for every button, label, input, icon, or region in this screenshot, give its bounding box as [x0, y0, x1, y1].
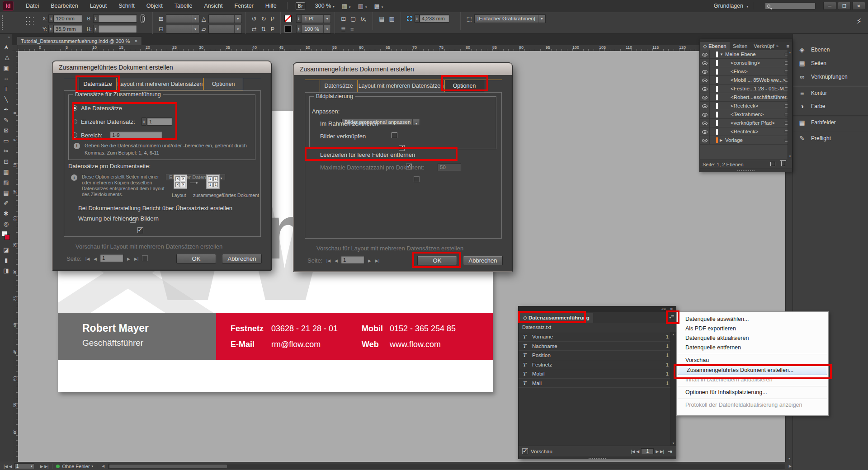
- zoom-tool[interactable]: ◎: [0, 219, 12, 229]
- opacity-select[interactable]: 100 %▼: [301, 25, 331, 33]
- tab-layout-mehrere-datensaetze[interactable]: Layout mit mehreren Datensätzen: [117, 78, 203, 90]
- delete-layer-icon[interactable]: [781, 161, 785, 166]
- rectangle-tool[interactable]: ▭: [0, 136, 12, 146]
- preview-checkbox[interactable]: [522, 448, 528, 454]
- layer-row[interactable]: <Mobil ... 85Web ww...> ✎: [700, 76, 792, 85]
- menu-item[interactable]: Vorschau: [677, 356, 828, 365]
- first-page-icon[interactable]: |◀: [85, 257, 90, 261]
- max-records-field[interactable]: 50: [438, 163, 461, 171]
- note-tool[interactable]: ▤: [0, 188, 12, 198]
- page-field[interactable]: 1: [100, 254, 123, 262]
- field-row[interactable]: T Position 1: [519, 351, 671, 360]
- record-number-field[interactable]: 1: [641, 448, 654, 454]
- flip-vertical-icon[interactable]: ⇅: [261, 26, 266, 33]
- dock-item-seiten[interactable]: ▤ Seiten: [793, 56, 868, 70]
- formatting-affects-button[interactable]: ◪: [0, 244, 12, 255]
- gradient-tool[interactable]: ▦: [0, 167, 12, 177]
- menu-item[interactable]: Tabelle: [169, 0, 198, 12]
- menu-item[interactable]: Datei: [20, 0, 45, 12]
- vertical-ruler[interactable]: 051015202530354045505560: [12, 51, 18, 462]
- dock-item-kontur[interactable]: ≡ Kontur: [793, 86, 868, 99]
- wrap-off-icon[interactable]: ▤: [379, 15, 384, 22]
- single-record-stepper[interactable]: ▲▼: [142, 118, 146, 126]
- field-row[interactable]: T Mobil 1: [519, 369, 671, 379]
- width-stepper[interactable]: ▲▼: [93, 14, 98, 23]
- width-field[interactable]: [98, 14, 137, 23]
- tab-seiten[interactable]: Seiten: [730, 42, 751, 50]
- radio-single-record[interactable]: [72, 119, 77, 124]
- collapse-panel-icon[interactable]: ««: [661, 306, 666, 312]
- effects-icon[interactable]: fx,: [360, 15, 367, 22]
- radio-all-records[interactable]: [72, 105, 77, 111]
- center-in-frame-checkbox[interactable]: [392, 132, 397, 138]
- panel-resize-bar[interactable]: [519, 456, 676, 459]
- drop-shadow-icon[interactable]: ▢: [350, 15, 356, 22]
- line-tool[interactable]: ╲: [0, 94, 12, 104]
- page-field[interactable]: 1: [341, 256, 364, 264]
- x-stepper[interactable]: ▲▼: [48, 14, 53, 23]
- single-record-field[interactable]: 1: [147, 118, 172, 126]
- menu-item[interactable]: [677, 385, 828, 388]
- layer-row[interactable]: <consulting> ✎: [700, 59, 792, 67]
- workspace-switcher[interactable]: Grundlagen ▾: [714, 3, 748, 9]
- ok-button[interactable]: OK: [417, 256, 457, 265]
- menu-item[interactable]: Inhalt in Datenfeldern aktualisieren: [677, 375, 828, 385]
- menu-item[interactable]: Datenquelle auswählen...: [677, 315, 828, 324]
- quick-apply-icon[interactable]: ⚡: [856, 17, 862, 26]
- layer-row[interactable]: ▼ Meine Ebene ✎: [700, 50, 792, 59]
- visibility-eye-icon[interactable]: [702, 139, 708, 142]
- scale-y-select[interactable]: ▼: [166, 25, 199, 33]
- expand-triangle-icon[interactable]: ▼: [720, 50, 723, 59]
- y-field[interactable]: 35,9 mm: [53, 25, 82, 33]
- layer-row[interactable]: <Textrahmen> ✎: [700, 110, 792, 119]
- panel-menu-icon[interactable]: ≡: [787, 42, 789, 50]
- layer-row[interactable]: ▶ Vorlage ✎: [700, 136, 792, 145]
- object-style-select[interactable]: [Einfacher Grafikrahmen]▼: [474, 14, 546, 23]
- tab-ebenen[interactable]: ◇ Ebenen: [700, 42, 730, 50]
- visibility-eye-icon[interactable]: [702, 130, 708, 134]
- close-button[interactable]: ✕: [852, 2, 865, 10]
- dock-item-farbe[interactable]: ◑ Farbe: [793, 99, 868, 113]
- type-tool[interactable]: T: [0, 84, 12, 94]
- menu-item[interactable]: Datenquelle aktualisieren: [677, 334, 828, 343]
- gap-tool[interactable]: ⇔: [0, 73, 12, 84]
- scroll-down-icon[interactable]: ▼: [671, 442, 676, 445]
- first-page-icon[interactable]: |◀: [326, 258, 330, 263]
- reference-point-grid[interactable]: [24, 15, 33, 25]
- frame-fitting-icon[interactable]: [406, 15, 413, 22]
- collapse-tools-icon[interactable]: »: [0, 34, 12, 42]
- view-options-button[interactable]: ▦▾: [342, 3, 351, 9]
- free-transform-tool[interactable]: ⊡: [0, 156, 12, 167]
- menu-item[interactable]: Hilfe: [259, 0, 283, 12]
- gap-stepper[interactable]: ▲▼: [415, 14, 420, 23]
- horizontal-ruler[interactable]: 0510152025303540455055606570758085909510…: [18, 45, 785, 51]
- card-gray-band[interactable]: Robert Mayer Geschäftsführer: [58, 313, 216, 360]
- menu-item[interactable]: Fenster: [228, 0, 259, 12]
- layer-row[interactable]: <Robert...eschäftsführer > ✎: [700, 93, 792, 102]
- corner-options-icon[interactable]: ⊡: [341, 15, 346, 22]
- stroke-weight-stepper[interactable]: ▲▼: [296, 14, 301, 23]
- apply-color-button[interactable]: ▮: [0, 255, 12, 265]
- eyedropper-tool[interactable]: ✐: [0, 198, 12, 208]
- dock-item-preflight[interactable]: ✎ Preflight: [793, 131, 868, 145]
- panel-drag-bar[interactable]: [700, 39, 792, 42]
- rotate-ccw-icon[interactable]: ↺: [252, 15, 257, 22]
- first-page-icon[interactable]: |◀: [4, 464, 8, 469]
- visibility-eye-icon[interactable]: [702, 70, 708, 74]
- visibility-eye-icon[interactable]: [702, 61, 708, 65]
- constrain-proportions-icon[interactable]: [141, 14, 145, 23]
- selection-tool[interactable]: ➤: [0, 42, 12, 52]
- pen-tool[interactable]: ✒: [0, 104, 12, 115]
- arrange-documents-button[interactable]: ▩▾: [374, 3, 383, 9]
- document-tab[interactable]: Tutorial_Datenzusammenfuehrung.indd @ 30…: [17, 37, 142, 45]
- align-icons[interactable]: ≣: [341, 26, 346, 33]
- frame-tool[interactable]: ⊠: [0, 125, 12, 136]
- last-page-icon[interactable]: ▶|: [134, 257, 138, 261]
- wrap-around-icon[interactable]: ▥: [389, 15, 394, 22]
- tab-datensaetze[interactable]: Datensätze: [320, 80, 358, 92]
- dock-item-verknuepfungen[interactable]: ∞ Verknüpfungen: [793, 70, 868, 84]
- select-container-icon[interactable]: P: [271, 15, 275, 22]
- menu-item[interactable]: Bearbeiten: [45, 0, 84, 12]
- tab-datensaetze[interactable]: Datensätze: [79, 78, 117, 90]
- panel-resize-bar[interactable]: [700, 169, 792, 172]
